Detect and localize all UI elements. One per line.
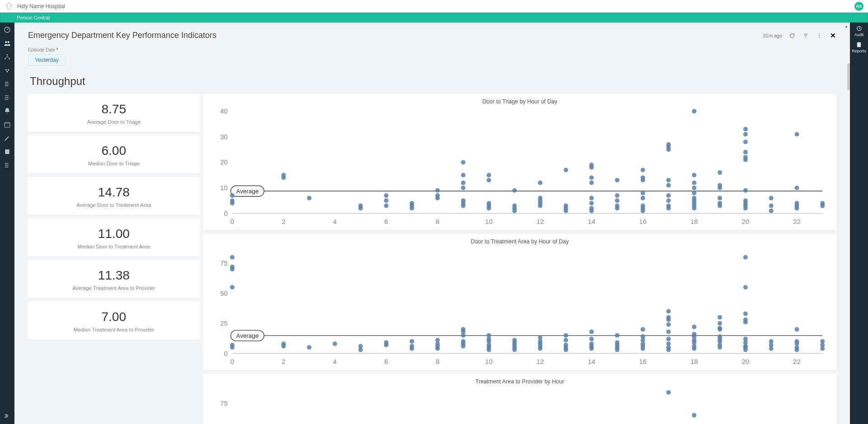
svg-point-258 (692, 325, 696, 329)
kpi-label: Median Door to Treatment Area (33, 244, 195, 249)
svg-point-226 (564, 333, 568, 338)
svg-point-275 (743, 312, 748, 316)
nav-item-list1-icon[interactable] (4, 80, 11, 88)
svg-point-95 (589, 196, 594, 200)
nav-item-list3-icon[interactable] (4, 162, 11, 169)
kpi-card[interactable]: 14.78 Average Door to Treatment Area (28, 177, 200, 215)
svg-text:18: 18 (691, 218, 698, 225)
svg-point-245 (666, 341, 671, 346)
nav-expand-icon[interactable] (4, 412, 11, 419)
chart-column: Door to Triage by Hour of Day01020304002… (203, 94, 836, 424)
svg-point-257 (692, 332, 696, 336)
svg-point-82 (512, 188, 517, 193)
svg-text:10: 10 (220, 184, 228, 191)
svg-point-274 (743, 317, 748, 322)
hospital-name: Holy Name Hospital (17, 3, 65, 9)
svg-point-6 (5, 69, 7, 70)
nav-item-note-icon[interactable] (4, 148, 11, 155)
filter-icon[interactable] (802, 32, 809, 39)
svg-text:16: 16 (639, 218, 647, 225)
nav-item-gauge-icon[interactable] (4, 26, 11, 33)
nav-item-calendar-icon[interactable] (4, 121, 11, 128)
svg-point-70 (461, 186, 466, 190)
rightnav-reports-label: Reports (852, 49, 866, 53)
svg-point-194 (410, 344, 414, 349)
svg-point-2 (8, 41, 9, 43)
svg-point-96 (589, 181, 594, 185)
svg-point-187 (307, 345, 312, 349)
svg-point-199 (435, 338, 440, 342)
reports-icon (856, 42, 862, 48)
more-icon[interactable] (816, 32, 823, 39)
svg-point-55 (307, 196, 312, 200)
svg-text:8: 8 (436, 218, 439, 225)
svg-point-107 (640, 204, 645, 208)
rightnav-item-reports[interactable]: Reports (852, 42, 866, 53)
svg-point-60 (384, 193, 388, 198)
svg-point-97 (589, 175, 594, 180)
nav-item-pen-icon[interactable] (4, 135, 11, 142)
rightnav-item-audit[interactable]: Audit (854, 25, 864, 37)
kpi-card[interactable]: 7.00 Median Treatment Area to Provider (28, 302, 200, 340)
svg-point-94 (589, 201, 594, 205)
svg-point-248 (666, 322, 671, 327)
svg-point-51 (230, 198, 234, 203)
svg-point-224 (564, 343, 568, 347)
svg-point-87 (538, 181, 542, 185)
svg-point-4 (5, 58, 6, 60)
scrollbar-thumb[interactable] (847, 63, 850, 90)
kpi-label: Average Treatment Area to Provider (33, 285, 195, 291)
svg-point-288 (820, 339, 825, 344)
svg-point-76 (486, 201, 491, 205)
chart-card[interactable]: Door to Treatment Area by Hour of Day025… (203, 234, 836, 370)
svg-point-91 (564, 168, 568, 172)
svg-text:14: 14 (588, 358, 595, 365)
svg-point-7 (8, 69, 9, 70)
svg-point-127 (692, 191, 696, 195)
svg-point-205 (461, 327, 466, 331)
close-icon[interactable]: ✕ (829, 32, 836, 39)
svg-point-102 (615, 198, 620, 203)
svg-point-241 (640, 334, 645, 339)
svg-text:12: 12 (537, 218, 544, 225)
svg-point-134 (718, 196, 722, 200)
dashboard-actions: 31m ago ✕ (763, 32, 836, 39)
kpi-card[interactable]: 6.00 Median Door to Triage (28, 135, 200, 173)
svg-point-277 (743, 255, 748, 260)
dashboard-title: Emergency Department Key Performance Ind… (28, 31, 216, 40)
kpi-card[interactable]: 11.00 Median Door to Treatment Area (28, 219, 200, 256)
dashboard-header: Emergency Department Key Performance Ind… (14, 23, 850, 72)
svg-point-131 (692, 109, 696, 113)
svg-rect-12 (5, 95, 9, 96)
kpi-card[interactable]: 11.38 Average Treatment Area to Provider (28, 260, 200, 298)
refresh-icon[interactable] (789, 32, 796, 39)
svg-point-221 (538, 335, 542, 340)
svg-point-272 (743, 337, 748, 341)
right-nav: Audit Reports (850, 23, 868, 424)
kpi-label: Median Treatment Area to Provider (33, 327, 195, 332)
nav-item-hierarchy-icon[interactable] (4, 53, 11, 61)
svg-point-117 (666, 183, 671, 187)
svg-point-246 (666, 337, 671, 341)
nav-item-people-icon[interactable] (4, 40, 11, 47)
kpi-card[interactable]: 8.75 Average Door to Triage (28, 94, 200, 132)
svg-rect-13 (5, 97, 9, 98)
nav-item-list2-icon[interactable] (4, 94, 11, 101)
chart-card[interactable]: Treatment Area to Provider by Hour025507… (203, 374, 836, 424)
chart-title: Treatment Area to Provider by Hour (210, 378, 830, 385)
svg-text:14: 14 (588, 218, 595, 225)
svg-point-8 (6, 71, 8, 72)
section-title: Throughput (28, 72, 836, 94)
svg-point-150 (769, 204, 774, 208)
context-bar[interactable]: Person Central (0, 13, 868, 23)
user-avatar[interactable]: RS (854, 2, 863, 11)
nav-item-group-icon[interactable] (4, 67, 11, 74)
svg-point-183 (230, 265, 234, 269)
svg-point-118 (666, 178, 671, 182)
nav-item-bell-icon[interactable] (4, 107, 11, 115)
svg-point-229 (589, 341, 594, 346)
chart-card[interactable]: Door to Triage by Hour of Day01020304002… (203, 94, 836, 230)
svg-point-26 (819, 33, 820, 34)
filter-chip-episode-date[interactable]: Yesterday (28, 54, 65, 66)
svg-point-158 (820, 201, 825, 205)
